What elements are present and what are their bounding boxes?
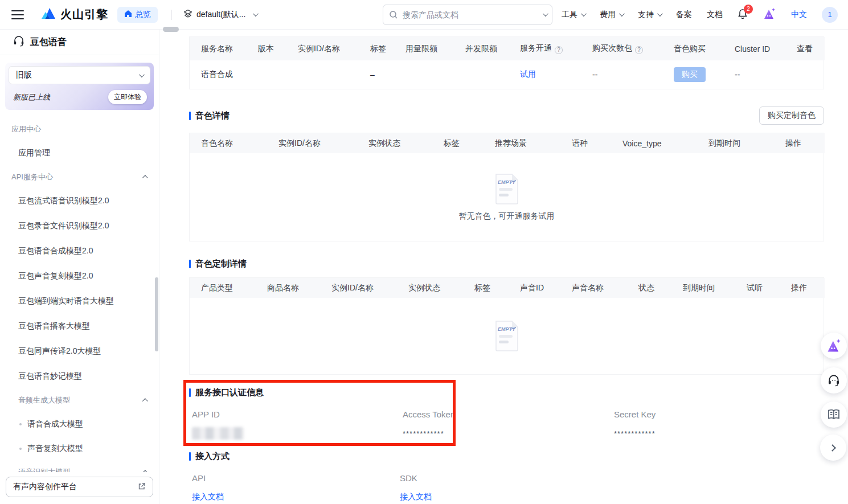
- ai-assistant-icon[interactable]: [763, 7, 776, 22]
- service-table: 服务名称 版本 实例ID/名称 标签 用量限额 并发限额 服务开通? 购买次数包…: [189, 36, 824, 89]
- app-id-label: APP ID: [189, 409, 400, 419]
- sdk-doc-link[interactable]: 接入文档: [400, 492, 432, 501]
- chevron-down-icon: [139, 72, 145, 77]
- nav-menu-support[interactable]: 支持: [638, 10, 661, 20]
- sidebar-item-voice-clone-2[interactable]: 豆包声音复刻模型2.0: [11, 264, 148, 289]
- sidebar-item-file-asr-2[interactable]: 豆包录音文件识别模型2.0: [11, 214, 148, 239]
- sidebar-item-simultaneous[interactable]: 豆包同声传译2.0大模型: [11, 339, 148, 364]
- sidebar-item-app-manage[interactable]: 应用管理: [11, 141, 148, 166]
- notification-bell-icon[interactable]: 2: [738, 9, 748, 21]
- group-asr[interactable]: 语音识别大模型: [18, 461, 148, 472]
- collapse-panel-button[interactable]: [820, 435, 846, 461]
- docs-book-button[interactable]: [821, 401, 847, 428]
- col-instance: 实例ID/名称: [286, 37, 359, 60]
- col-goods-name: 商品名称: [256, 278, 320, 298]
- sidebar-item-miaoji[interactable]: 豆包语音妙记模型: [11, 364, 148, 389]
- col-tag: 标签: [432, 133, 484, 153]
- hamburger-menu-icon[interactable]: [11, 10, 24, 19]
- voice-detail-empty-state: EMPTY 暂无音色，可开通服务试用: [190, 153, 824, 241]
- col-instance: 实例ID/名称: [320, 278, 397, 298]
- sidebar: 豆包语音 旧版 新版已上线 立即体验 应用中心 应用管理 API服务中心 豆包流…: [0, 30, 159, 504]
- avatar[interactable]: 1: [822, 7, 838, 23]
- navbar-right: 企业 工具 费用 支持 备案 文档 2 中文 1: [523, 7, 838, 23]
- help-icon[interactable]: ?: [555, 46, 563, 54]
- buy-button[interactable]: 购买: [674, 67, 706, 82]
- sidebar-item-streaming-asr-2[interactable]: 豆包流式语音识别模型2.0: [11, 189, 148, 214]
- brand-name: 火山引擎: [60, 7, 108, 22]
- brand-logo[interactable]: 火山引擎: [41, 7, 108, 23]
- cluster-id-cell: --: [723, 60, 785, 89]
- sidebar-item-realtime-voice[interactable]: 豆包端到端实时语音大模型: [11, 289, 148, 314]
- col-view: 查看: [785, 37, 825, 60]
- sidebar-item-podcast[interactable]: 豆包语音播客大模型: [11, 314, 148, 339]
- section-title: 音色详情: [189, 110, 230, 121]
- search-input[interactable]: [383, 5, 552, 25]
- nav-menu-billing[interactable]: 费用: [600, 10, 623, 20]
- service-name-cell: 语音合成: [190, 60, 247, 89]
- access-token-label: Access Token: [400, 409, 611, 419]
- customer-service-button[interactable]: [821, 367, 847, 394]
- chevron-right-icon: [829, 444, 836, 452]
- api-doc-link[interactable]: 接入文档: [192, 492, 224, 501]
- col-scene: 推荐场景: [484, 133, 560, 153]
- col-concurrency-quota: 并发限额: [454, 37, 509, 60]
- audio-platform-link[interactable]: 有声内容创作平台: [6, 477, 153, 497]
- nav-menu-icp[interactable]: 备案: [676, 10, 692, 20]
- api-access: API 接入文档: [189, 473, 397, 502]
- new-version-banner: 新版已上线 立即体验: [9, 84, 150, 104]
- chevron-up-icon: [142, 470, 148, 472]
- buy-custom-voice-button[interactable]: 购买定制音色: [759, 106, 824, 125]
- secret-key-field: Secret Key ************: [611, 409, 824, 440]
- project-selector[interactable]: default(默认...: [183, 9, 257, 20]
- col-language: 语种: [560, 133, 611, 153]
- app-id-value-redacted: [192, 427, 244, 440]
- empty-doc-icon: EMPTY: [494, 173, 520, 206]
- group-audio-gen[interactable]: 音频生成大模型: [18, 389, 148, 412]
- empty-doc-icon: EMPTY: [494, 319, 520, 353]
- sdk-access: SDK 接入文档: [397, 473, 824, 502]
- nav-menu-tools[interactable]: 工具: [562, 10, 585, 20]
- section-accent-bar: [189, 260, 191, 268]
- sidebar-item-clone-large[interactable]: 声音复刻大模型: [11, 436, 148, 461]
- sidebar-item-tts-large[interactable]: 语音合成大模型: [11, 412, 148, 436]
- empty-text: 暂无音色，可开通服务试用: [459, 211, 555, 222]
- section-app-center: 应用中心: [11, 118, 148, 141]
- col-voice-type: Voice_type: [611, 133, 697, 153]
- section-title: 音色定制详情: [189, 259, 247, 269]
- svg-text:EMPTY: EMPTY: [498, 179, 516, 185]
- sidebar-product-header: 豆包语音: [0, 30, 159, 55]
- col-product-type: 产品类型: [190, 278, 256, 298]
- sidebar-scrollbar-thumb[interactable]: [155, 277, 158, 351]
- home-icon: [124, 10, 132, 19]
- chevron-down-icon: [581, 11, 587, 17]
- overview-button[interactable]: 总览: [117, 7, 158, 23]
- chevron-down-icon: [657, 11, 663, 17]
- main-content: 服务名称 版本 实例ID/名称 标签 用量限额 并发限额 服务开通? 购买次数包…: [159, 30, 848, 504]
- divider: [171, 10, 172, 20]
- ai-assistant-float-button[interactable]: [821, 333, 847, 359]
- voice-detail-header: 音色详情 购买定制音色: [189, 106, 824, 125]
- chevron-up-icon: [142, 175, 148, 181]
- sidebar-item-tts-2[interactable]: 豆包语音合成模型2.0: [11, 239, 148, 264]
- sdk-label: SDK: [397, 473, 824, 483]
- scrollbar-thumb[interactable]: [163, 27, 179, 32]
- col-service-open: 服务开通?: [509, 37, 581, 60]
- app-id-field: APP ID: [189, 409, 400, 440]
- chevron-down-icon: [253, 11, 259, 17]
- voice-custom-empty-state: EMPTY: [190, 298, 824, 374]
- col-instance: 实例ID/名称: [267, 133, 357, 153]
- language-switch[interactable]: 中文: [791, 10, 807, 20]
- help-icon[interactable]: ?: [635, 46, 643, 54]
- col-tag: 标签: [463, 278, 509, 298]
- version-card: 旧版 新版已上线 立即体验: [5, 63, 154, 110]
- nav-menu-docs[interactable]: 文档: [707, 10, 723, 20]
- try-now-button[interactable]: 立即体验: [108, 90, 147, 104]
- trial-link[interactable]: 试用: [520, 69, 536, 79]
- section-api-center[interactable]: API服务中心: [11, 166, 148, 189]
- col-expire-time: 到期时间: [697, 133, 774, 153]
- version-select[interactable]: 旧版: [9, 66, 150, 84]
- col-instance-status: 实例状态: [397, 278, 463, 298]
- col-action: 操作: [780, 278, 825, 298]
- col-tag: 标签: [359, 37, 394, 60]
- section-title: 服务接口认证信息: [189, 387, 824, 398]
